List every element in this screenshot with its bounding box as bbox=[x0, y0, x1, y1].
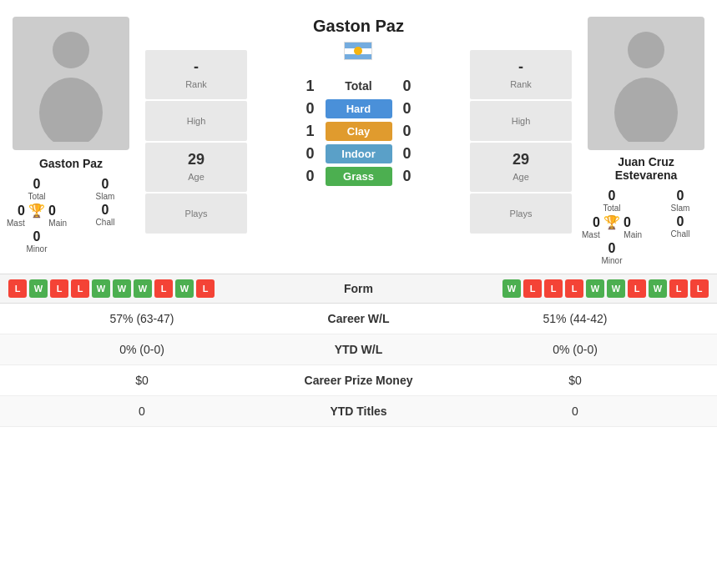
score-row-grass: 0 Grass 0 bbox=[250, 167, 467, 186]
player2-minor-label: Minor bbox=[582, 256, 642, 265]
player1-minor-label: Minor bbox=[7, 244, 67, 254]
player1-name-top: Gaston Paz bbox=[313, 17, 404, 64]
player2-top-name-line1: Juan Cruz bbox=[618, 155, 674, 168]
player1-mast-label: Mast bbox=[7, 219, 25, 228]
main-container: Gaston Paz 0 Total 0 Slam 0 🏆 0 bbox=[0, 0, 717, 588]
player2-ytd-wl: 0% (0-0) bbox=[442, 343, 709, 356]
form-badge-w: W bbox=[649, 279, 667, 298]
score-row-total: 1 Total 0 bbox=[250, 76, 467, 96]
scores-table: 1 Total 0 0 Hard 0 1 Clay 0 0 bbox=[250, 73, 467, 189]
stats-row-career-prize: $0 Career Prize Money $0 bbox=[0, 365, 717, 396]
form-badge-w: W bbox=[502, 279, 521, 298]
player1-top-name: Gaston Paz bbox=[313, 17, 404, 36]
svg-point-1 bbox=[39, 78, 103, 142]
player2-rank-panel: - Rank High 29 Age Plays bbox=[467, 50, 575, 265]
player1-age-value: 29 bbox=[149, 151, 244, 168]
player1-high-cell: High bbox=[145, 101, 247, 141]
form-label: Form bbox=[275, 282, 442, 295]
player1-total-stat: 0 Total bbox=[7, 177, 67, 201]
player1-mast-value: 0 bbox=[18, 204, 25, 219]
player2-minor-stat: 0 Minor bbox=[582, 241, 642, 265]
form-badge-l: L bbox=[196, 279, 215, 298]
player1-mast-stat: 0 🏆 0 Mast Main bbox=[7, 203, 67, 228]
player1-rank-cell: - Rank bbox=[145, 50, 247, 99]
player2-high-cell: High bbox=[470, 101, 572, 141]
player2-minor-value: 0 bbox=[582, 241, 642, 256]
player1-avatar-box: Gaston Paz 0 Total 0 Slam 0 🏆 0 bbox=[0, 8, 142, 265]
score-indoor-p2: 0 bbox=[399, 145, 416, 163]
player2-career-prize: $0 bbox=[442, 374, 709, 387]
form-badge-l: L bbox=[690, 279, 709, 298]
player1-ytd-titles: 0 bbox=[8, 405, 275, 418]
surface-grass: Grass bbox=[326, 167, 392, 186]
player2-chall-stat: 0 Chall bbox=[650, 214, 710, 239]
player1-minor-stat: 0 Minor bbox=[7, 229, 67, 254]
form-badge-l: L bbox=[71, 279, 89, 298]
score-grass-p2: 0 bbox=[399, 168, 416, 185]
score-row-hard: 0 Hard 0 bbox=[250, 99, 467, 118]
score-total-p1: 1 bbox=[302, 78, 319, 95]
player2-rank-value: - bbox=[473, 58, 568, 76]
surface-indoor: Indoor bbox=[326, 144, 392, 163]
player2-age-label: Age bbox=[513, 172, 529, 182]
player2-total-stat: 0 Total bbox=[582, 188, 642, 213]
player1-rank-panel: - Rank High 29 Age Plays bbox=[142, 50, 250, 265]
form-badge-w: W bbox=[113, 279, 131, 298]
player2-age-value: 29 bbox=[473, 151, 568, 168]
score-clay-p1: 1 bbox=[302, 123, 319, 140]
player1-flag bbox=[344, 39, 372, 61]
form-badge-w: W bbox=[29, 279, 48, 298]
player2-mast-stat: 0 🏆 0 Mast Main bbox=[582, 214, 642, 239]
form-badge-w: W bbox=[134, 279, 152, 298]
player1-trophy-icon: 🏆 bbox=[28, 203, 45, 219]
player2-mast-value: 0 bbox=[593, 215, 600, 230]
player2-main-value: 0 bbox=[624, 215, 631, 230]
surface-hard: Hard bbox=[326, 99, 392, 118]
form-badge-l: L bbox=[669, 279, 688, 298]
form-badge-l: L bbox=[154, 279, 173, 298]
stats-row-career-wl: 57% (63-47) Career W/L 51% (44-42) bbox=[0, 304, 717, 334]
score-grass-p1: 0 bbox=[302, 168, 319, 185]
player2-total-value: 0 bbox=[582, 188, 642, 204]
player1-rank-value: - bbox=[149, 58, 244, 76]
form-badge-l: L bbox=[544, 279, 563, 298]
score-hard-p1: 0 bbox=[302, 100, 319, 118]
stats-rows: 57% (63-47) Career W/L 51% (44-42) 0% (0… bbox=[0, 303, 717, 427]
player2-form: WLLLWWLWLL bbox=[442, 279, 709, 298]
player1-silhouette bbox=[29, 25, 113, 142]
form-badge-l: L bbox=[628, 279, 646, 298]
player1-slam-label: Slam bbox=[75, 192, 135, 201]
svg-point-3 bbox=[614, 78, 678, 142]
center-scores: Gaston Paz 1 Total 0 bbox=[250, 8, 467, 265]
form-badge-l: L bbox=[565, 279, 583, 298]
player2-total-label: Total bbox=[582, 204, 642, 213]
player1-rank-label: Rank bbox=[185, 79, 207, 89]
player1-high-label: High bbox=[187, 116, 206, 126]
player1-main-value: 0 bbox=[48, 204, 56, 219]
stats-row-ytd-wl: 0% (0-0) YTD W/L 0% (0-0) bbox=[0, 334, 717, 365]
player1-mast-trophy-row: 0 🏆 0 bbox=[7, 203, 67, 219]
player1-slam-value: 0 bbox=[75, 177, 135, 192]
score-total-p2: 0 bbox=[399, 78, 416, 95]
player1-career-wl: 57% (63-47) bbox=[8, 312, 275, 325]
player2-silhouette bbox=[604, 25, 688, 142]
player1-total-label: Total bbox=[7, 192, 67, 201]
svg-point-0 bbox=[53, 32, 89, 68]
player2-plays-cell: Plays bbox=[470, 193, 572, 234]
player2-top-name-line2: Estevarena bbox=[615, 168, 678, 182]
ytd-titles-label: YTD Titles bbox=[275, 405, 442, 418]
career-prize-label: Career Prize Money bbox=[275, 374, 442, 387]
player1-chall-stat: 0 Chall bbox=[75, 203, 135, 228]
player2-avatar bbox=[588, 17, 704, 150]
score-clay-p2: 0 bbox=[399, 123, 416, 140]
player1-minor-value: 0 bbox=[7, 229, 67, 244]
form-badge-w: W bbox=[92, 279, 110, 298]
score-hard-p2: 0 bbox=[399, 100, 416, 118]
player2-slam-label: Slam bbox=[650, 204, 710, 213]
player1-chall-value: 0 bbox=[75, 203, 135, 218]
form-badge-l: L bbox=[8, 279, 27, 298]
form-section: LWLLWWWLWL Form WLLLWWLWLL bbox=[0, 274, 717, 303]
player1-flag-argentina bbox=[344, 42, 372, 60]
player2-plays-label: Plays bbox=[510, 209, 533, 219]
player2-chall-value: 0 bbox=[650, 214, 710, 229]
